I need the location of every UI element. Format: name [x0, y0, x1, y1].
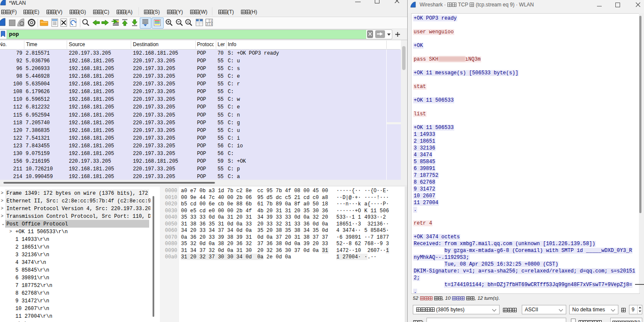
svg-text:2: 2 — [206, 23, 208, 26]
svg-text:1: 1 — [211, 19, 212, 22]
svg-text:3: 3 — [211, 23, 212, 26]
